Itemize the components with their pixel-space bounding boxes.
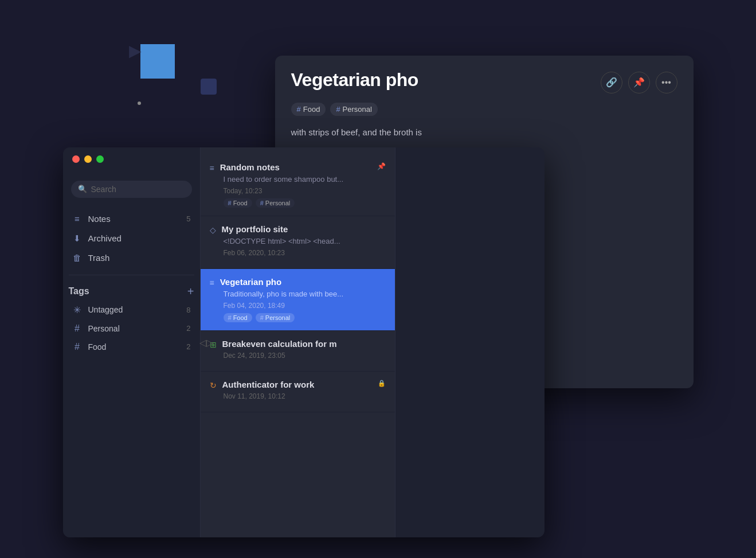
note-icon-portfolio: ◇ (210, 225, 216, 235)
sidebar-tag-untagged[interactable]: ✳ Untagged 8 (66, 301, 197, 319)
note-title-portfolio: My portfolio site (222, 224, 386, 234)
sidebar-collapse-handle[interactable]: ◁▷ (199, 337, 213, 348)
attach-button[interactable]: 🔗 (601, 72, 622, 93)
notes-icon: ≡ (72, 214, 83, 224)
detail-tags: # Food # Personal (275, 103, 694, 125)
note-tag-food: # Food (224, 198, 252, 208)
search-bar[interactable]: 🔍 Search (71, 181, 192, 198)
maximize-button[interactable] (96, 155, 104, 163)
search-placeholder: Search (91, 185, 116, 194)
deco-arrow: ▶ (129, 41, 142, 60)
note-date-breakeven: Dec 24, 2019, 23:05 (224, 352, 386, 360)
trash-label: Trash (88, 253, 191, 263)
traffic-lights (72, 155, 104, 163)
note-tags-pho: # Food # Personal (224, 313, 386, 322)
tags-list: ✳ Untagged 8 # Personal 2 # Food 2 (63, 301, 200, 356)
note-item-breakeven[interactable]: ⊞ Breakeven calculation for m Dec 24, 20… (201, 331, 395, 372)
close-button[interactable] (72, 155, 80, 163)
archived-label: Archived (88, 233, 191, 243)
sidebar-divider (69, 275, 194, 275)
notes-count: 5 (186, 214, 190, 223)
header-actions: 🔗 📌 ••• (601, 72, 677, 93)
tags-title: Tags (69, 286, 187, 296)
sidebar-item-trash[interactable]: 🗑 Trash (66, 248, 197, 268)
deco-rect-1 (201, 79, 217, 95)
note-item-random-notes[interactable]: ≡ Random notes 📌 I need to order some sh… (201, 154, 395, 216)
untagged-count: 8 (186, 306, 190, 314)
note-tags-random: # Food # Personal (224, 198, 386, 208)
note-title-pho: Vegetarian pho (220, 277, 386, 287)
sidebar-item-archived[interactable]: ⬇ Archived (66, 229, 197, 248)
notes-list: ≡ Random notes 📌 I need to order some sh… (201, 147, 395, 537)
tag-personal[interactable]: # Personal (330, 103, 378, 116)
note-preview-pho: Traditionally, pho is made with bee... (224, 290, 386, 298)
note-title-random: Random notes (220, 162, 371, 172)
tags-section-header: Tags + (63, 282, 200, 301)
sidebar-tag-personal[interactable]: # Personal 2 (66, 319, 197, 338)
food-tag-count: 2 (186, 342, 190, 351)
detail-header: Vegetarian pho 🔗 📌 ••• (275, 56, 694, 103)
add-tag-button[interactable]: + (187, 286, 194, 297)
untagged-icon: ✳ (72, 305, 83, 315)
pin-icon-random: 📌 (377, 162, 386, 170)
note-date-random: Today, 10:23 (224, 187, 386, 195)
sidebar: 🔍 Search ≡ Notes 5 ⬇ Archived 🗑 Trash (63, 147, 201, 537)
note-tag-personal: # Personal (256, 198, 295, 208)
deco-dot (138, 102, 141, 105)
search-icon: 🔍 (78, 185, 87, 193)
personal-tag-count: 2 (186, 324, 190, 333)
detail-title: Vegetarian pho (291, 69, 418, 91)
notes-app-window: 🔍 Search ≡ Notes 5 ⬇ Archived 🗑 Trash (63, 147, 545, 537)
personal-tag-label: Personal (88, 324, 181, 333)
note-tag-pho-food: # Food (224, 313, 252, 322)
note-tag-pho-personal: # Personal (256, 313, 295, 322)
archived-icon: ⬇ (72, 233, 83, 244)
note-icon-pho: ≡ (210, 278, 214, 287)
personal-tag-icon: # (72, 323, 83, 334)
pin-button[interactable]: 📌 (628, 72, 650, 93)
notes-label: Notes (88, 214, 181, 224)
sidebar-item-notes[interactable]: ≡ Notes 5 (66, 209, 197, 229)
deco-circle (140, 44, 175, 79)
note-date-authenticator: Nov 11, 2019, 10:12 (224, 392, 386, 400)
note-preview-portfolio: <!DOCTYPE html> <html> <head... (224, 237, 386, 245)
more-button[interactable]: ••• (656, 72, 677, 93)
note-title-authenticator: Authenticator for work (222, 380, 372, 389)
note-icon-authenticator: ↻ (210, 381, 217, 390)
untagged-label: Untagged (88, 305, 181, 314)
note-icon-random: ≡ (210, 163, 214, 173)
trash-icon: 🗑 (72, 253, 83, 263)
note-date-portfolio: Feb 06, 2020, 10:23 (224, 249, 386, 257)
app-scene: ▶ Vegetarian pho 🔗 📌 ••• # Food # Person… (63, 33, 694, 526)
note-item-vegetarian-pho[interactable]: ≡ Vegetarian pho Traditionally, pho is m… (201, 269, 395, 331)
sidebar-nav: ≡ Notes 5 ⬇ Archived 🗑 Trash (63, 209, 200, 268)
lock-icon: 🔒 (378, 380, 386, 387)
tag-food[interactable]: # Food (291, 103, 326, 116)
sidebar-tag-food[interactable]: # Food 2 (66, 338, 197, 356)
note-date-pho: Feb 04, 2020, 18:49 (224, 302, 386, 310)
food-tag-label: Food (88, 342, 181, 352)
note-title-breakeven: Breakeven calculation for m (222, 339, 386, 349)
food-tag-icon: # (72, 342, 83, 352)
note-preview-random: I need to order some shampoo but... (224, 175, 386, 184)
minimize-button[interactable] (84, 155, 92, 163)
note-item-portfolio[interactable]: ◇ My portfolio site <!DOCTYPE html> <htm… (201, 216, 395, 269)
note-item-authenticator[interactable]: ↻ Authenticator for work 🔒 Nov 11, 2019,… (201, 372, 395, 412)
